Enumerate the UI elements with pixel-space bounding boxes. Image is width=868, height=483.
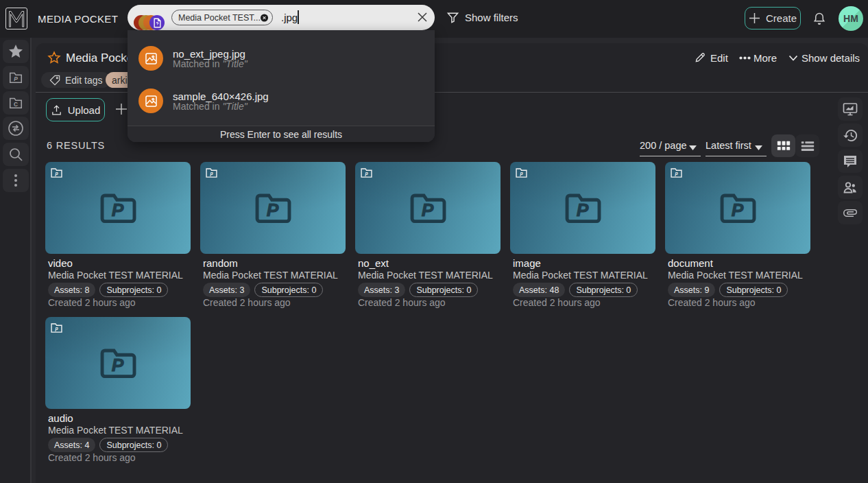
svg-text:P: P: [14, 76, 18, 82]
svg-text:P: P: [112, 355, 124, 375]
svg-text:P: P: [112, 200, 124, 220]
svg-text:C: C: [14, 102, 18, 108]
svg-text:p: p: [54, 171, 58, 176]
svg-text:p: p: [54, 326, 58, 331]
svg-text:p: p: [209, 171, 213, 176]
svg-text:p: p: [519, 171, 522, 176]
svg-text:P: P: [577, 200, 589, 220]
svg-text:P: P: [422, 200, 434, 220]
svg-text:P: P: [267, 200, 279, 220]
svg-text:P: P: [732, 200, 744, 220]
svg-text:p: p: [364, 171, 367, 176]
svg-text:p: p: [674, 171, 677, 176]
